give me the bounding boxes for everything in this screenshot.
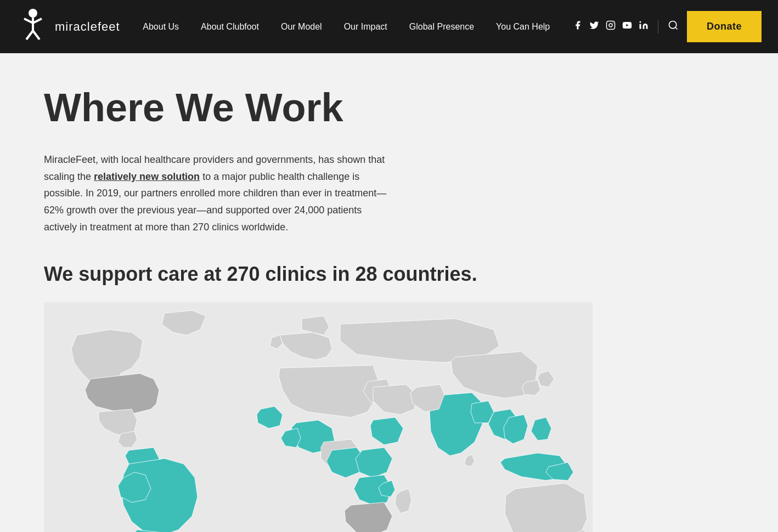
social-icons — [573, 20, 679, 33]
nav-item-about-clubfoot[interactable]: About Clubfoot — [190, 22, 270, 32]
relatively-new-solution-link[interactable]: relatively new solution — [94, 171, 200, 182]
svg-rect-10 — [639, 24, 641, 29]
clinic-heading: We support care at 270 clinics in 28 cou… — [44, 263, 516, 286]
logo-text: miraclefeet — [55, 20, 120, 34]
nav-divider — [658, 20, 658, 33]
svg-rect-6 — [606, 21, 614, 30]
nav-item-about-us[interactable]: About Us — [132, 22, 190, 32]
svg-point-7 — [609, 24, 612, 27]
world-map — [44, 302, 593, 532]
main-nav: About Us About Clubfoot Our Model Our Im… — [132, 22, 561, 32]
intro-paragraph: MiracleFeet, with local healthcare provi… — [44, 151, 395, 235]
search-icon[interactable] — [668, 20, 679, 33]
site-header: miraclefeet About Us About Clubfoot Our … — [0, 0, 778, 53]
svg-point-12 — [669, 21, 676, 29]
nav-item-you-can-help[interactable]: You Can Help — [485, 22, 561, 32]
facebook-icon[interactable] — [573, 20, 583, 33]
svg-point-11 — [639, 21, 641, 23]
page-title: Where We Work — [44, 86, 734, 129]
header-right: Donate — [573, 11, 762, 42]
svg-line-13 — [675, 27, 678, 30]
donate-button[interactable]: Donate — [687, 11, 762, 42]
world-map-container: National Programs Other Support — [44, 302, 593, 532]
nav-item-our-model[interactable]: Our Model — [270, 22, 333, 32]
nav-item-global-presence[interactable]: Global Presence — [398, 22, 485, 32]
svg-line-4 — [26, 31, 33, 39]
svg-line-5 — [33, 31, 40, 39]
instagram-icon[interactable] — [606, 20, 616, 33]
youtube-icon[interactable] — [622, 20, 632, 33]
miraclefeet-logo-icon — [16, 8, 49, 46]
svg-point-0 — [29, 9, 37, 18]
logo-area[interactable]: miraclefeet — [16, 8, 120, 46]
nav-item-our-impact[interactable]: Our Impact — [333, 22, 398, 32]
twitter-icon[interactable] — [589, 20, 599, 33]
svg-line-3 — [33, 19, 42, 23]
linkedin-icon[interactable] — [639, 20, 649, 33]
svg-line-2 — [24, 19, 33, 23]
main-content: Where We Work MiracleFeet, with local he… — [0, 53, 778, 532]
svg-point-8 — [612, 22, 613, 24]
